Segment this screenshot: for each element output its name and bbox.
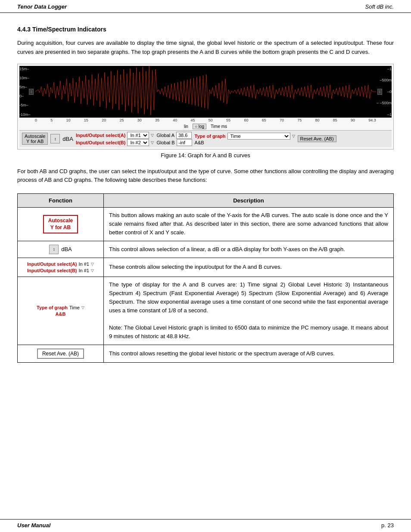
type-graph-func: Type of graph Time ▽ A&B bbox=[23, 305, 98, 317]
autoscale-btn[interactable]: AutoscaleY for AB bbox=[22, 133, 48, 145]
footer-left: User Manual bbox=[17, 522, 50, 529]
table-row: AutoscaleY for AB This button allows mak… bbox=[18, 208, 394, 241]
func-ab-row: A&B bbox=[56, 311, 66, 317]
func-input-a-label: Input/Output select(A) bbox=[27, 261, 77, 267]
global-a-label: Global A bbox=[156, 133, 174, 138]
desc-type-graph: The type of display for the A and B curv… bbox=[104, 277, 394, 345]
graph-container: 15m– 10m– 5m– 0– -5m– -10m– –1 –500m –0 … bbox=[17, 64, 394, 149]
func-type-label: Type of graph bbox=[37, 305, 68, 310]
func-input-b: Input/Output select(B) In #1 ▽ bbox=[27, 268, 94, 273]
axis-mode-btn[interactable]: ○ log bbox=[193, 124, 206, 129]
global-a-value: 38.6 bbox=[176, 132, 192, 139]
type-graph-arrow: ▽ bbox=[292, 134, 295, 138]
table-row: Input/Output select(A) In #1 ▽ Input/Out… bbox=[18, 258, 394, 277]
xaxis-label: Time ms bbox=[211, 124, 227, 129]
dba-func-label: dBA bbox=[61, 246, 72, 252]
type-graph-select[interactable]: Time Global Level Historic Instantaneous… bbox=[227, 133, 290, 140]
input-output-block: Input/Output select(A) In #1 In #2 ▽ Inp… bbox=[76, 132, 154, 146]
functions-table: Fonction Description AutoscaleY for AB T… bbox=[17, 193, 394, 362]
input-a-label: Input/Output select(A) bbox=[76, 133, 126, 138]
desc-input-output: These controls allow selecting the input… bbox=[104, 258, 394, 277]
func-input-b-label: Input/Output select(B) bbox=[27, 268, 77, 273]
global-block: Global A 38.6 Global B -inf bbox=[156, 132, 192, 146]
input-b-label: Input/Output select(B) bbox=[76, 140, 126, 145]
func-type-value: Time bbox=[69, 305, 80, 310]
func-dba: ↕ dBA bbox=[18, 241, 104, 258]
autoscale-function-btn[interactable]: AutoscaleY for AB bbox=[43, 215, 78, 234]
graph-area: 15m– 10m– 5m– 0– -5m– -10m– –1 –500m –0 … bbox=[19, 66, 392, 118]
dba-control: ↕ dBA bbox=[50, 134, 73, 143]
type-graph-row: Type of graph Time Global Level Historic… bbox=[195, 133, 295, 140]
desc-reset: This control allows resetting the global… bbox=[104, 345, 394, 362]
table-row: ↕ dBA This control allows selection of a… bbox=[18, 241, 394, 258]
input-b-row: Input/Output select(B) In #2 In #1 ▽ bbox=[76, 139, 154, 146]
table-row: Reset Ave. (AB) This control allows rese… bbox=[18, 345, 394, 362]
func-type-graph: Type of graph Time ▽ A&B bbox=[18, 277, 104, 345]
type-graph-block: Type of graph Time Global Level Historic… bbox=[195, 133, 295, 145]
func-input-a-value: In #1 bbox=[79, 261, 89, 267]
footer-right: p. 23 bbox=[381, 522, 394, 529]
func-type-arrow: ▽ bbox=[81, 305, 84, 310]
y-axis-left-icon[interactable]: ↕ bbox=[29, 89, 34, 95]
footer: User Manual p. 23 bbox=[0, 519, 411, 532]
dba-func-icon[interactable]: ↕ bbox=[49, 245, 59, 254]
desc-autoscale: This button allows making an auto scale … bbox=[104, 208, 394, 241]
func-autoscale: AutoscaleY for AB bbox=[18, 208, 104, 241]
figure-caption: Figure 14: Graph for A and B curves bbox=[17, 152, 394, 159]
func-input-a: Input/Output select(A) In #1 ▽ bbox=[27, 261, 94, 267]
header-title-right: Soft dB inc. bbox=[365, 3, 394, 10]
col-description: Description bbox=[104, 194, 394, 208]
ab-reset-row: A&B bbox=[195, 140, 295, 145]
input-output-func: Input/Output select(A) In #1 ▽ Input/Out… bbox=[23, 261, 98, 273]
type-graph-label: Type of graph bbox=[195, 134, 226, 139]
axis-controls: lin ○ log Time ms bbox=[19, 123, 392, 130]
intro-text: During acquisition, four curves are avai… bbox=[17, 39, 394, 57]
page: Tenor Data Logger Soft dB inc. 4.4.3 Tim… bbox=[0, 0, 411, 532]
input-a-arrow: ▽ bbox=[151, 133, 154, 137]
input-b-arrow: ▽ bbox=[151, 140, 154, 145]
reset-ave-btn[interactable]: Reset Ave. (AB) bbox=[298, 135, 336, 142]
func-input-a-arrow: ▽ bbox=[91, 262, 94, 266]
func-input-b-value: In #1 bbox=[79, 268, 89, 273]
global-a-row: Global A 38.6 bbox=[156, 132, 192, 139]
ab-label: A&B bbox=[195, 140, 204, 145]
axis-mode-linear: lin bbox=[184, 124, 188, 129]
col-function: Fonction bbox=[18, 194, 104, 208]
input-b-select[interactable]: In #2 In #1 bbox=[127, 139, 149, 146]
waveform-svg bbox=[35, 66, 376, 118]
func-ab-label: A&B bbox=[56, 311, 66, 317]
table-row: Type of graph Time ▽ A&B The type of dis… bbox=[18, 277, 394, 345]
desc-dba: This control allows selection of a linea… bbox=[104, 241, 394, 258]
global-b-label: Global B bbox=[156, 140, 174, 145]
func-input-b-arrow: ▽ bbox=[91, 268, 94, 273]
global-b-value: -inf bbox=[177, 139, 192, 146]
func-input-output: Input/Output select(A) In #1 ▽ Input/Out… bbox=[18, 258, 104, 277]
input-a-select[interactable]: In #1 In #2 bbox=[127, 132, 149, 139]
global-b-row: Global B -inf bbox=[156, 139, 192, 146]
main-content: 4.4.3 Time/Spectrum Indicators During ac… bbox=[0, 13, 411, 389]
header-title-left: Tenor Data Logger bbox=[17, 3, 67, 10]
dba-func-control: ↕ dBA bbox=[23, 245, 98, 254]
dba-label: dBA bbox=[62, 136, 73, 142]
body-text: For both AB and CD graphs, the user can … bbox=[17, 167, 394, 185]
func-reset: Reset Ave. (AB) bbox=[18, 345, 104, 362]
graph-toolbar: AutoscaleY for AB ↕ dBA Input/Output sel… bbox=[19, 130, 392, 147]
input-a-row: Input/Output select(A) In #1 In #2 ▽ bbox=[76, 132, 154, 139]
header: Tenor Data Logger Soft dB inc. bbox=[0, 0, 411, 13]
dba-icon[interactable]: ↕ bbox=[50, 134, 60, 143]
reset-func-btn[interactable]: Reset Ave. (AB) bbox=[37, 348, 84, 359]
section-heading: 4.4.3 Time/Spectrum Indicators bbox=[17, 26, 394, 33]
func-type-row: Type of graph Time ▽ bbox=[37, 305, 84, 310]
y-axis-right-icon[interactable]: ↕ bbox=[377, 89, 382, 95]
x-axis: 0 5 10 15 20 25 30 35 40 45 50 55 60 65 … bbox=[19, 118, 392, 123]
